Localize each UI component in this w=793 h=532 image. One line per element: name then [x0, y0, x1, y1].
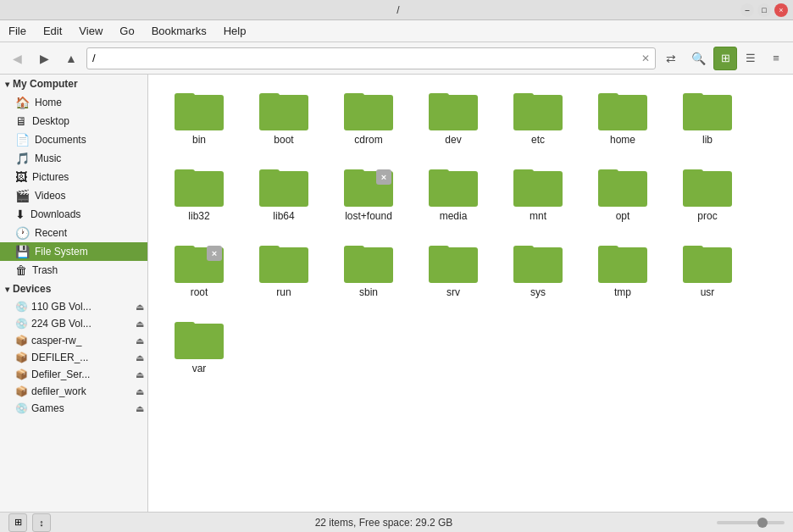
address-input[interactable]: [92, 52, 641, 64]
close-button[interactable]: ×: [774, 3, 788, 17]
sidebar-item-recent[interactable]: 🕐Recent: [0, 224, 147, 242]
sidebar-item-trash[interactable]: 🗑Trash: [0, 261, 147, 280]
sidebar-item-label: Trash: [32, 264, 58, 276]
my-computer-arrow: ▾: [5, 80, 9, 89]
minimize-button[interactable]: –: [740, 3, 754, 17]
folder-lib32[interactable]: lib32: [157, 159, 241, 236]
menubar-item-bookmarks[interactable]: Bookmarks: [148, 23, 210, 39]
eject-button[interactable]: ⏏: [136, 403, 144, 414]
sidebar-device-defilerser[interactable]: 📦Defiler_Ser...⏏: [0, 366, 147, 383]
eject-button[interactable]: ⏏: [136, 386, 144, 397]
folder-icon: [429, 241, 478, 283]
eject-button[interactable]: ⏏: [136, 302, 144, 313]
folder-icon: ×: [175, 241, 224, 283]
folder-var[interactable]: var: [157, 312, 241, 388]
sidebar-device-casper-rw[interactable]: 📦casper-rw_⏏: [0, 332, 147, 349]
up-button[interactable]: ▲: [59, 47, 83, 70]
folder-mnt[interactable]: mnt: [496, 159, 580, 236]
sidebar-item-desktop[interactable]: 🖥Desktop: [0, 112, 147, 130]
folder-icon: [259, 88, 308, 130]
menubar-item-edit[interactable]: Edit: [40, 23, 65, 39]
eject-button[interactable]: ⏏: [136, 352, 144, 363]
folder-icon: ×: [344, 164, 393, 207]
folder-icon: [259, 241, 308, 283]
folder-tmp[interactable]: tmp: [580, 236, 665, 312]
folder-lost+found[interactable]: × lost+found: [326, 159, 411, 236]
window-controls: – □ ×: [740, 3, 788, 17]
address-clear-button[interactable]: ✕: [641, 53, 650, 64]
toggle-path-button[interactable]: ⇄: [659, 47, 683, 70]
back-button[interactable]: ◀: [5, 47, 29, 70]
folder-root[interactable]: × root: [157, 236, 241, 312]
device-label: 224 GB Vol...: [31, 318, 92, 330]
sidebar-item-videos[interactable]: 🎬Videos: [0, 186, 147, 205]
toolbar: ◀ ▶ ▲ ✕ ⇄ 🔍 ⊞ ☰ ≡: [0, 42, 793, 75]
menubar-item-go[interactable]: Go: [116, 23, 137, 39]
folder-icon: [429, 164, 478, 207]
view-compact-button[interactable]: ≡: [764, 47, 788, 70]
sidebar-icon: 🏠: [15, 96, 30, 109]
statusbar-left: ⊞ ↕: [8, 513, 51, 532]
sidebar-item-label: Pictures: [32, 171, 69, 183]
search-button[interactable]: 🔍: [686, 47, 710, 70]
folder-label: var: [192, 363, 207, 374]
folder-usr[interactable]: usr: [665, 236, 750, 312]
sidebar-item-pictures[interactable]: 🖼Pictures: [0, 168, 147, 186]
statusbar-right: [717, 521, 785, 524]
folder-label: srv: [446, 286, 460, 298]
window-title: /: [56, 4, 740, 16]
folder-badge: ×: [376, 169, 391, 185]
view-list-button[interactable]: ☰: [739, 47, 762, 70]
zoom-slider[interactable]: [717, 521, 785, 524]
sidebar-item-music[interactable]: 🎵Music: [0, 149, 147, 168]
folder-body: [598, 247, 647, 283]
folder-label: cdrom: [354, 134, 382, 146]
folder-run[interactable]: run: [241, 236, 326, 312]
folder-bin[interactable]: bin: [157, 83, 241, 159]
titlebar: / – □ ×: [0, 0, 793, 20]
folder-icon: [429, 88, 478, 130]
device-label: 110 GB Vol...: [31, 301, 92, 313]
sidebar-device-110-gb-vol[interactable]: 💿110 GB Vol...⏏: [0, 298, 147, 315]
folder-body: [175, 171, 224, 207]
folder-sbin[interactable]: sbin: [326, 236, 411, 312]
sidebar-item-file-system[interactable]: 💾File System: [0, 242, 147, 261]
folder-sys[interactable]: sys: [496, 236, 580, 312]
folder-body: [344, 95, 393, 130]
sidebar-device-defiler[interactable]: 📦DEFILER_...⏏: [0, 349, 147, 366]
folder-media[interactable]: media: [411, 159, 496, 236]
sidebar-device-224-gb-vol[interactable]: 💿224 GB Vol...⏏: [0, 315, 147, 332]
eject-button[interactable]: ⏏: [136, 319, 144, 330]
sidebar-device-games[interactable]: 💿Games⏏: [0, 400, 147, 417]
folder-body: [259, 171, 308, 207]
sidebar-section-devices[interactable]: ▾ Devices: [0, 280, 147, 298]
sidebar-device-defilerwork[interactable]: 📦defiler_work⏏: [0, 383, 147, 400]
menubar-item-file[interactable]: File: [5, 23, 30, 39]
menubar-item-view[interactable]: View: [75, 23, 106, 39]
menubar-item-help[interactable]: Help: [220, 23, 250, 39]
maximize-button[interactable]: □: [757, 3, 771, 17]
folder-body: [513, 247, 563, 283]
sidebar-section-my-computer[interactable]: ▾ My Computer: [0, 75, 147, 93]
device-icon: 💿: [15, 402, 28, 414]
folder-opt[interactable]: opt: [580, 159, 665, 236]
folder-home[interactable]: home: [580, 83, 665, 159]
sidebar-item-downloads[interactable]: ⬇Downloads: [0, 205, 147, 224]
forward-button[interactable]: ▶: [32, 47, 56, 70]
sidebar-item-documents[interactable]: 📄Documents: [0, 130, 147, 149]
eject-button[interactable]: ⏏: [136, 335, 144, 346]
sidebar-item-home[interactable]: 🏠Home: [0, 93, 147, 112]
folder-boot[interactable]: boot: [241, 83, 326, 159]
folder-lib64[interactable]: lib64: [241, 159, 326, 236]
folder-proc[interactable]: proc: [665, 159, 750, 236]
folder-lib[interactable]: lib: [665, 83, 750, 159]
eject-button[interactable]: ⏏: [136, 369, 144, 380]
folder-dev[interactable]: dev: [411, 83, 496, 159]
statusbar-btn-1[interactable]: ⊞: [8, 513, 27, 532]
statusbar-btn-2[interactable]: ↕: [32, 513, 51, 532]
view-grid-button[interactable]: ⊞: [713, 47, 737, 70]
sidebar-item-label: Desktop: [32, 115, 69, 127]
folder-srv[interactable]: srv: [411, 236, 496, 312]
folder-etc[interactable]: etc: [496, 83, 580, 159]
folder-cdrom[interactable]: cdrom: [326, 83, 411, 159]
